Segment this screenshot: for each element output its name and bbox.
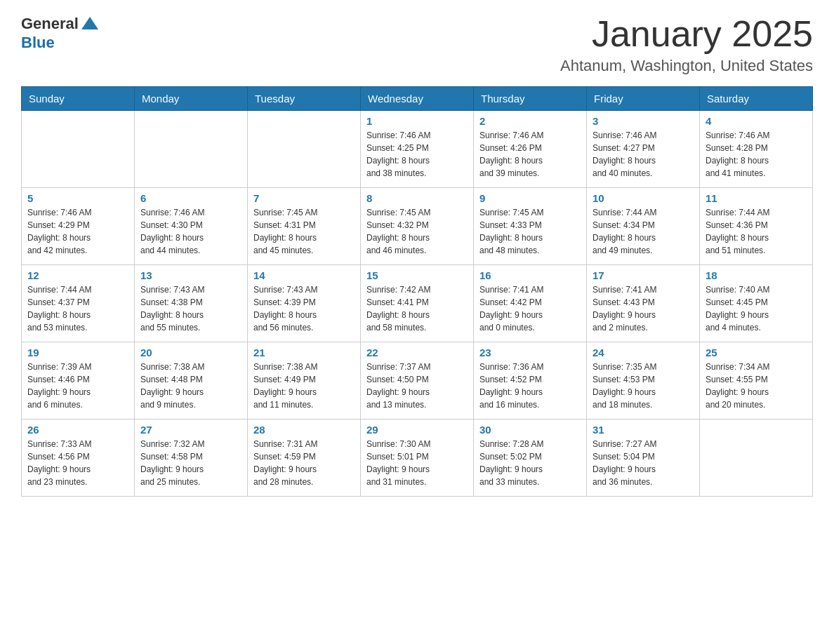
day-number: 30 [479,424,581,436]
logo: General Blue [21,14,100,52]
header-friday: Friday [587,87,700,111]
day-info: Sunrise: 7:35 AM Sunset: 4:53 PM Dayligh… [593,361,694,411]
day-number: 29 [366,424,468,436]
day-info: Sunrise: 7:38 AM Sunset: 4:49 PM Dayligh… [253,361,355,411]
calendar-week-4: 19Sunrise: 7:39 AM Sunset: 4:46 PM Dayli… [22,342,813,420]
day-number: 1 [366,115,468,127]
day-number: 2 [479,115,581,127]
day-info: Sunrise: 7:46 AM Sunset: 4:29 PM Dayligh… [27,206,128,257]
day-number: 21 [253,347,355,358]
day-info: Sunrise: 7:30 AM Sunset: 5:01 PM Dayligh… [366,438,468,488]
day-info: Sunrise: 7:46 AM Sunset: 4:30 PM Dayligh… [140,206,241,257]
header-thursday: Thursday [474,87,587,111]
header-saturday: Saturday [700,87,813,111]
calendar-cell: 6Sunrise: 7:46 AM Sunset: 4:30 PM Daylig… [135,188,248,265]
calendar-cell: 10Sunrise: 7:44 AM Sunset: 4:34 PM Dayli… [587,188,700,265]
calendar-week-2: 5Sunrise: 7:46 AM Sunset: 4:29 PM Daylig… [22,188,813,265]
day-info: Sunrise: 7:38 AM Sunset: 4:48 PM Dayligh… [140,361,241,411]
day-number: 7 [253,192,355,204]
calendar-cell: 22Sunrise: 7:37 AM Sunset: 4:50 PM Dayli… [361,342,474,420]
calendar-week-3: 12Sunrise: 7:44 AM Sunset: 4:37 PM Dayli… [22,265,813,342]
day-info: Sunrise: 7:37 AM Sunset: 4:50 PM Dayligh… [366,361,468,411]
calendar-cell: 11Sunrise: 7:44 AM Sunset: 4:36 PM Dayli… [700,188,813,265]
day-number: 15 [366,269,468,281]
header-sunday: Sunday [22,87,135,111]
day-info: Sunrise: 7:32 AM Sunset: 4:58 PM Dayligh… [140,438,241,488]
calendar-cell [700,420,813,497]
day-info: Sunrise: 7:46 AM Sunset: 4:25 PM Dayligh… [366,129,468,180]
page-header: General Blue January 2025 Ahtanum, Washi… [21,14,813,75]
day-info: Sunrise: 7:43 AM Sunset: 4:39 PM Dayligh… [253,283,355,334]
calendar-table: SundayMondayTuesdayWednesdayThursdayFrid… [21,86,813,497]
day-info: Sunrise: 7:44 AM Sunset: 4:36 PM Dayligh… [706,206,807,257]
calendar-cell: 5Sunrise: 7:46 AM Sunset: 4:29 PM Daylig… [22,188,135,265]
calendar-cell [22,111,135,188]
day-info: Sunrise: 7:46 AM Sunset: 4:26 PM Dayligh… [479,129,581,180]
header-tuesday: Tuesday [248,87,361,111]
day-number: 10 [593,192,694,204]
calendar-cell: 30Sunrise: 7:28 AM Sunset: 5:02 PM Dayli… [474,420,587,497]
logo-blue-text: Blue [21,34,55,52]
day-info: Sunrise: 7:28 AM Sunset: 5:02 PM Dayligh… [479,438,581,488]
day-number: 22 [366,347,468,358]
day-number: 19 [27,347,128,358]
day-number: 3 [593,115,694,127]
day-info: Sunrise: 7:44 AM Sunset: 4:34 PM Dayligh… [593,206,694,257]
calendar-cell: 28Sunrise: 7:31 AM Sunset: 4:59 PM Dayli… [248,420,361,497]
calendar-cell: 8Sunrise: 7:45 AM Sunset: 4:32 PM Daylig… [361,188,474,265]
calendar-cell [248,111,361,188]
day-number: 9 [479,192,581,204]
day-info: Sunrise: 7:27 AM Sunset: 5:04 PM Dayligh… [593,438,694,488]
location-title: Ahtanum, Washington, United States [560,57,813,75]
calendar-cell: 15Sunrise: 7:42 AM Sunset: 4:41 PM Dayli… [361,265,474,342]
day-info: Sunrise: 7:41 AM Sunset: 4:42 PM Dayligh… [479,283,581,334]
day-number: 23 [479,347,581,358]
calendar-cell: 1Sunrise: 7:46 AM Sunset: 4:25 PM Daylig… [361,111,474,188]
calendar-cell: 27Sunrise: 7:32 AM Sunset: 4:58 PM Dayli… [135,420,248,497]
header-wednesday: Wednesday [361,87,474,111]
day-number: 17 [593,269,694,281]
day-number: 27 [140,424,241,436]
calendar-cell [135,111,248,188]
day-number: 16 [479,269,581,281]
day-info: Sunrise: 7:45 AM Sunset: 4:31 PM Dayligh… [253,206,355,257]
calendar-week-5: 26Sunrise: 7:33 AM Sunset: 4:56 PM Dayli… [22,420,813,497]
day-info: Sunrise: 7:43 AM Sunset: 4:38 PM Dayligh… [140,283,241,334]
day-info: Sunrise: 7:33 AM Sunset: 4:56 PM Dayligh… [27,438,128,488]
calendar-cell: 18Sunrise: 7:40 AM Sunset: 4:45 PM Dayli… [700,265,813,342]
calendar-cell: 21Sunrise: 7:38 AM Sunset: 4:49 PM Dayli… [248,342,361,420]
header-monday: Monday [135,87,248,111]
day-number: 8 [366,192,468,204]
day-number: 18 [706,269,807,281]
day-number: 24 [593,347,694,358]
day-number: 13 [140,269,241,281]
calendar-cell: 17Sunrise: 7:41 AM Sunset: 4:43 PM Dayli… [587,265,700,342]
day-info: Sunrise: 7:45 AM Sunset: 4:32 PM Dayligh… [366,206,468,257]
calendar-cell: 12Sunrise: 7:44 AM Sunset: 4:37 PM Dayli… [22,265,135,342]
logo-icon [80,14,100,34]
day-info: Sunrise: 7:39 AM Sunset: 4:46 PM Dayligh… [27,361,128,411]
day-info: Sunrise: 7:45 AM Sunset: 4:33 PM Dayligh… [479,206,581,257]
calendar-cell: 29Sunrise: 7:30 AM Sunset: 5:01 PM Dayli… [361,420,474,497]
calendar-cell: 20Sunrise: 7:38 AM Sunset: 4:48 PM Dayli… [135,342,248,420]
day-number: 25 [706,347,807,358]
calendar-cell: 16Sunrise: 7:41 AM Sunset: 4:42 PM Dayli… [474,265,587,342]
title-area: January 2025 Ahtanum, Washington, United… [560,14,813,75]
calendar-cell: 2Sunrise: 7:46 AM Sunset: 4:26 PM Daylig… [474,111,587,188]
calendar-cell: 14Sunrise: 7:43 AM Sunset: 4:39 PM Dayli… [248,265,361,342]
calendar-cell: 4Sunrise: 7:46 AM Sunset: 4:28 PM Daylig… [700,111,813,188]
day-info: Sunrise: 7:40 AM Sunset: 4:45 PM Dayligh… [706,283,807,334]
day-number: 26 [27,424,128,436]
calendar-cell: 9Sunrise: 7:45 AM Sunset: 4:33 PM Daylig… [474,188,587,265]
day-number: 5 [27,192,128,204]
day-info: Sunrise: 7:46 AM Sunset: 4:28 PM Dayligh… [706,129,807,180]
calendar-header-row: SundayMondayTuesdayWednesdayThursdayFrid… [22,87,813,111]
calendar-cell: 25Sunrise: 7:34 AM Sunset: 4:55 PM Dayli… [700,342,813,420]
day-number: 4 [706,115,807,127]
day-info: Sunrise: 7:44 AM Sunset: 4:37 PM Dayligh… [27,283,128,334]
calendar-cell: 13Sunrise: 7:43 AM Sunset: 4:38 PM Dayli… [135,265,248,342]
day-number: 14 [253,269,355,281]
calendar-cell: 23Sunrise: 7:36 AM Sunset: 4:52 PM Dayli… [474,342,587,420]
day-number: 6 [140,192,241,204]
calendar-cell: 19Sunrise: 7:39 AM Sunset: 4:46 PM Dayli… [22,342,135,420]
